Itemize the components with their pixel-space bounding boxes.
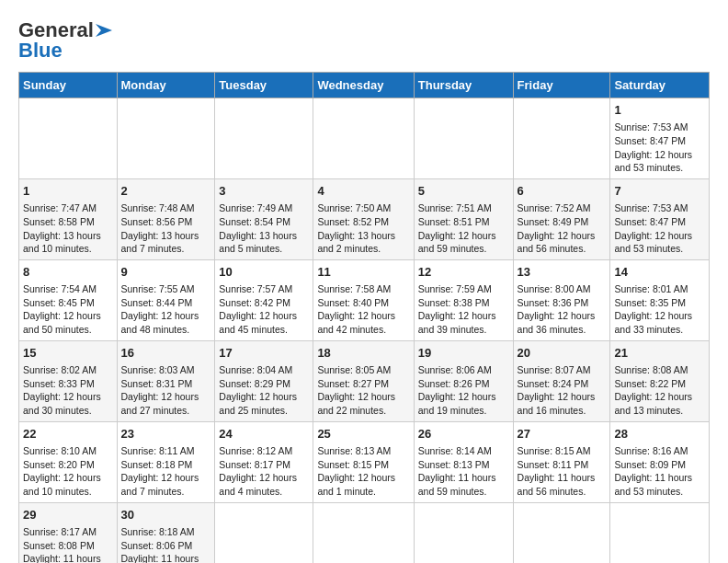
- sunset-text: Sunset: 8:11 PM: [518, 458, 607, 472]
- day-number: 18: [317, 345, 409, 362]
- sunset-text: Sunset: 8:18 PM: [121, 458, 211, 472]
- sunrise-text: Sunrise: 7:53 AM: [614, 201, 705, 215]
- sunrise-text: Sunrise: 7:47 AM: [23, 201, 113, 215]
- sunrise-text: Sunrise: 8:14 AM: [418, 444, 509, 458]
- sunset-text: Sunset: 8:17 PM: [219, 458, 309, 472]
- sunset-text: Sunset: 8:22 PM: [614, 377, 705, 391]
- daylight-text: Daylight: 12 hours and 19 minutes.: [418, 390, 509, 417]
- sunrise-text: Sunrise: 8:07 AM: [518, 363, 607, 377]
- svg-marker-0: [96, 24, 112, 37]
- sunrise-text: Sunrise: 8:04 AM: [219, 363, 309, 377]
- calendar-cell: 27Sunrise: 8:15 AMSunset: 8:11 PMDayligh…: [513, 421, 610, 502]
- calendar-cell: [513, 98, 610, 179]
- day-number: 19: [418, 345, 509, 362]
- calendar-week-row: 29Sunrise: 8:17 AMSunset: 8:08 PMDayligh…: [19, 502, 710, 563]
- day-number: 5: [418, 183, 509, 200]
- daylight-text: Daylight: 12 hours and 7 minutes.: [121, 471, 211, 498]
- daylight-text: Daylight: 11 hours and 50 minutes.: [23, 552, 113, 563]
- sunset-text: Sunset: 8:44 PM: [121, 296, 211, 310]
- day-number: 7: [614, 183, 705, 200]
- day-number: 21: [614, 345, 705, 362]
- sunset-text: Sunset: 8:36 PM: [518, 296, 607, 310]
- sunset-text: Sunset: 8:42 PM: [219, 296, 309, 310]
- calendar-cell: [19, 98, 118, 179]
- calendar-cell: 28Sunrise: 8:16 AMSunset: 8:09 PMDayligh…: [610, 421, 710, 502]
- day-number: 14: [614, 264, 705, 281]
- daylight-text: Daylight: 12 hours and 42 minutes.: [317, 309, 409, 336]
- day-number: 6: [518, 183, 607, 200]
- calendar-cell: [313, 98, 414, 179]
- sunset-text: Sunset: 8:47 PM: [614, 215, 705, 229]
- sunrise-text: Sunrise: 8:17 AM: [23, 525, 113, 539]
- sunrise-text: Sunrise: 8:16 AM: [614, 444, 705, 458]
- daylight-text: Daylight: 12 hours and 53 minutes.: [614, 229, 705, 256]
- day-number: 11: [317, 264, 409, 281]
- day-number: 30: [121, 507, 211, 523]
- sunrise-text: Sunrise: 8:00 AM: [518, 282, 607, 296]
- sunset-text: Sunset: 8:33 PM: [23, 377, 113, 391]
- sunset-text: Sunset: 8:24 PM: [518, 377, 607, 391]
- sunset-text: Sunset: 8:06 PM: [121, 539, 211, 553]
- daylight-text: Daylight: 12 hours and 30 minutes.: [23, 390, 113, 417]
- sunrise-text: Sunrise: 8:10 AM: [23, 444, 113, 458]
- logo-blue: Blue: [18, 39, 63, 63]
- sunset-text: Sunset: 8:35 PM: [614, 296, 705, 310]
- sunset-text: Sunset: 8:13 PM: [418, 458, 509, 472]
- calendar-day-header: Thursday: [414, 73, 513, 98]
- calendar-cell: 10Sunrise: 7:57 AMSunset: 8:42 PMDayligh…: [215, 259, 313, 340]
- sunset-text: Sunset: 8:31 PM: [121, 377, 211, 391]
- sunset-text: Sunset: 8:58 PM: [23, 215, 113, 229]
- daylight-text: Daylight: 12 hours and 48 minutes.: [121, 309, 211, 336]
- sunset-text: Sunset: 8:47 PM: [614, 134, 705, 148]
- daylight-text: Daylight: 12 hours and 1 minute.: [317, 471, 409, 498]
- calendar-day-header: Saturday: [610, 73, 710, 98]
- day-number: 29: [23, 507, 113, 523]
- calendar-cell: 16Sunrise: 8:03 AMSunset: 8:31 PMDayligh…: [117, 340, 215, 421]
- calendar-cell: 25Sunrise: 8:13 AMSunset: 8:15 PMDayligh…: [313, 421, 414, 502]
- calendar-cell: 20Sunrise: 8:07 AMSunset: 8:24 PMDayligh…: [513, 340, 610, 421]
- calendar-cell: 12Sunrise: 7:59 AMSunset: 8:38 PMDayligh…: [414, 259, 513, 340]
- daylight-text: Daylight: 12 hours and 13 minutes.: [614, 390, 705, 417]
- calendar-cell: 29Sunrise: 8:17 AMSunset: 8:08 PMDayligh…: [19, 502, 118, 563]
- daylight-text: Daylight: 12 hours and 59 minutes.: [418, 229, 509, 256]
- calendar-week-row: 22Sunrise: 8:10 AMSunset: 8:20 PMDayligh…: [19, 421, 710, 502]
- day-number: 2: [121, 183, 211, 200]
- daylight-text: Daylight: 11 hours and 56 minutes.: [518, 471, 607, 498]
- sunrise-text: Sunrise: 8:18 AM: [121, 525, 211, 539]
- calendar-cell: 21Sunrise: 8:08 AMSunset: 8:22 PMDayligh…: [610, 340, 710, 421]
- sunset-text: Sunset: 8:51 PM: [418, 215, 509, 229]
- calendar-cell: [513, 502, 610, 563]
- day-number: 24: [219, 426, 309, 442]
- sunset-text: Sunset: 8:56 PM: [121, 215, 211, 229]
- sunrise-text: Sunrise: 7:51 AM: [418, 201, 509, 215]
- daylight-text: Daylight: 12 hours and 39 minutes.: [418, 309, 509, 336]
- calendar-cell: [313, 502, 414, 563]
- sunset-text: Sunset: 8:15 PM: [317, 458, 409, 472]
- calendar-cell: 7Sunrise: 7:53 AMSunset: 8:47 PMDaylight…: [610, 178, 710, 259]
- calendar-week-row: 1Sunrise: 7:53 AMSunset: 8:47 PMDaylight…: [19, 98, 710, 179]
- calendar-cell: 9Sunrise: 7:55 AMSunset: 8:44 PMDaylight…: [117, 259, 215, 340]
- sunrise-text: Sunrise: 7:53 AM: [614, 121, 705, 134]
- sunset-text: Sunset: 8:40 PM: [317, 296, 409, 310]
- calendar-week-row: 8Sunrise: 7:54 AMSunset: 8:45 PMDaylight…: [19, 259, 710, 340]
- sunrise-text: Sunrise: 8:15 AM: [518, 444, 607, 458]
- sunrise-text: Sunrise: 7:55 AM: [121, 282, 211, 296]
- sunset-text: Sunset: 8:49 PM: [518, 215, 607, 229]
- sunset-text: Sunset: 8:09 PM: [614, 458, 705, 472]
- calendar-cell: [414, 502, 513, 563]
- calendar-cell: 18Sunrise: 8:05 AMSunset: 8:27 PMDayligh…: [313, 340, 414, 421]
- logo: General Blue: [18, 18, 114, 63]
- day-number: 25: [317, 426, 409, 442]
- calendar-cell: 22Sunrise: 8:10 AMSunset: 8:20 PMDayligh…: [19, 421, 118, 502]
- day-number: 26: [418, 426, 509, 442]
- sunset-text: Sunset: 8:20 PM: [23, 458, 113, 472]
- calendar-week-row: 15Sunrise: 8:02 AMSunset: 8:33 PMDayligh…: [19, 340, 710, 421]
- sunrise-text: Sunrise: 8:02 AM: [23, 363, 113, 377]
- daylight-text: Daylight: 12 hours and 36 minutes.: [518, 309, 607, 336]
- sunset-text: Sunset: 8:52 PM: [317, 215, 409, 229]
- daylight-text: Daylight: 12 hours and 4 minutes.: [219, 471, 309, 498]
- calendar-cell: 3Sunrise: 7:49 AMSunset: 8:54 PMDaylight…: [215, 178, 313, 259]
- daylight-text: Daylight: 12 hours and 50 minutes.: [23, 309, 113, 336]
- sunset-text: Sunset: 8:08 PM: [23, 539, 113, 553]
- calendar-cell: [215, 502, 313, 563]
